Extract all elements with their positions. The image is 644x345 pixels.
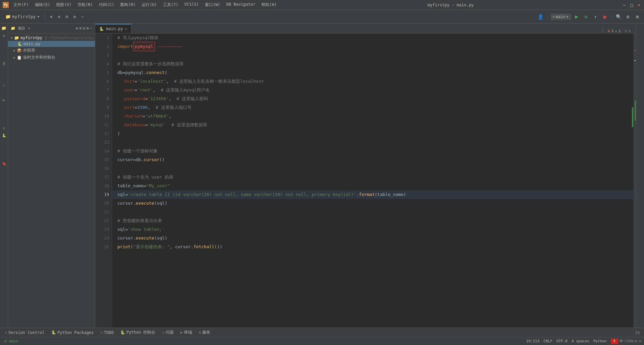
status-right: 19:113 CRLF UTF-8 4 spaces Python S 中 CS… <box>526 339 641 344</box>
maximize-button[interactable]: □ <box>629 3 634 7</box>
left-icon-run[interactable]: ▶ <box>1 96 7 103</box>
bottom-tab-pc-label: Python 控制台 <box>126 330 156 335</box>
left-icon-bookmark[interactable]: 🔖 <box>1 160 7 167</box>
project-dropdown-arrow[interactable]: ▾ <box>28 26 31 31</box>
bottom-tab-version-control[interactable]: ↕ Version Control <box>1 329 48 336</box>
run-config-selector[interactable]: ▶ main ▾ <box>550 14 571 20</box>
left-icon-project[interactable]: 📁 <box>1 25 7 31</box>
code-line-1: # 导入pymysql模块 <box>112 33 633 42</box>
project-icon: 📁 <box>5 14 11 19</box>
code-line-11: database = 'mysql' # 这里选择数据库 <box>112 121 633 129</box>
status-language[interactable]: Python <box>593 339 607 343</box>
code-line-19: sql = 'create table {} (id varchar(20) n… <box>112 190 633 199</box>
left-icon-db[interactable]: 🗄 <box>1 60 7 67</box>
collapse-icon[interactable]: ∨ <box>628 29 631 33</box>
menu-file[interactable]: 文件(F) <box>11 1 32 8</box>
terminal-icon: ▶ <box>180 330 183 335</box>
bottom-right-area: Ie <box>635 330 643 335</box>
project-settings-btn[interactable]: ⚙ <box>87 26 89 30</box>
menu-refactor[interactable]: 重构(R) <box>117 1 138 8</box>
bottom-tab-services[interactable]: ⚙ 服务 <box>196 328 214 337</box>
code-line-25: print ( "显示创建的表: " , cursor. fetchall ()… <box>112 243 633 251</box>
menu-navigate[interactable]: 导航(N) <box>75 1 96 8</box>
bottom-tab-vc-label: Version Control <box>8 330 45 335</box>
bottom-tab-terminal-label: 终端 <box>184 330 192 335</box>
menu-view[interactable]: 视图(V) <box>53 1 74 8</box>
tree-item-main-py[interactable]: 🐍 main.py <box>8 41 95 47</box>
python-console-icon: 🐍 <box>120 330 125 335</box>
python-packages-icon: 🐍 <box>51 330 56 335</box>
project-collapse-btn[interactable]: ≡ <box>79 26 82 30</box>
menu-window[interactable]: 窗口(W) <box>202 1 223 8</box>
bottom-tab-python-packages[interactable]: 🐍 Python Packages <box>48 329 97 336</box>
project-panel: 📁 项目 ▾ ⊕ ≡ ⊟ ⚙ − ▼ 📁 myfirstpy E:\Pytho <box>8 23 95 328</box>
line-num-22: 22 <box>99 216 109 225</box>
tab-close-button[interactable]: × <box>125 27 127 31</box>
menu-edit[interactable]: 编辑(E) <box>32 1 53 8</box>
line-num-15: 15 <box>99 155 109 164</box>
run-with-coverage-button[interactable]: ↑ <box>591 13 599 21</box>
left-icon-python[interactable]: 🐍 <box>1 132 7 139</box>
toolbar-icon-up[interactable]: ≡ <box>56 13 62 20</box>
project-options-btn[interactable]: ⊟ <box>83 26 85 30</box>
expand-icon[interactable]: ∧ <box>625 29 627 33</box>
bottom-tab-todo[interactable]: ☑ TODO <box>97 329 117 336</box>
title-bar-right: − □ × <box>622 3 641 7</box>
line-num-24: 24 <box>99 234 109 243</box>
menu-help[interactable]: 帮助(H) <box>259 1 279 8</box>
stop-button[interactable]: ■ <box>601 13 609 21</box>
line-num-2: 2 <box>99 42 109 51</box>
run-button[interactable]: ▶ <box>573 13 581 21</box>
code-content[interactable]: # 导入pymysql模块 import pymysql ————————→ #… <box>112 33 633 328</box>
tree-item-root[interactable]: ▼ 📁 myfirstpy E:\PythonPro\myfirstpy <box>8 35 95 41</box>
project-minimize-btn[interactable]: − <box>90 26 92 30</box>
toolbar-icon-config[interactable]: ⊟ <box>64 13 70 20</box>
tab-file-icon: 🐍 <box>99 27 104 31</box>
menu-tools[interactable]: 工具(T) <box>160 1 181 8</box>
project-sync-btn[interactable]: ⊕ <box>76 26 78 30</box>
close-button[interactable]: × <box>637 3 641 7</box>
editor-tab-main-py[interactable]: 🐍 main.py × <box>95 24 131 33</box>
left-icon-terminal[interactable]: ⊡ <box>1 125 7 131</box>
left-icon-todo[interactable]: ☑ <box>1 82 7 88</box>
code-line-13 <box>112 138 633 147</box>
project-selector[interactable]: 📁 myfirstpy ▾ <box>3 13 42 20</box>
title-bar: Py 文件(F) 编辑(E) 视图(V) 导航(N) 代码(C) 重构(R) 运… <box>0 0 644 10</box>
toolbar-icon-nav[interactable]: ⊕ <box>48 13 54 20</box>
status-position[interactable]: 19:113 <box>526 339 540 343</box>
debug-button[interactable]: ⚙ <box>582 13 590 21</box>
code-line-20: cursor . execute (sql) <box>112 199 633 208</box>
bottom-tab-todo-label: TODO <box>104 330 114 335</box>
line-num-19: 19 <box>99 190 109 199</box>
toolbar-icon-close[interactable]: − <box>79 13 86 20</box>
profile-button[interactable]: 👤 <box>537 13 545 21</box>
menu-vcs[interactable]: VCS(S) <box>182 1 202 8</box>
settings-button[interactable]: ⚙ <box>624 13 632 21</box>
status-encoding[interactable]: UTF-8 <box>556 339 568 343</box>
tree-item-temp-files[interactable]: ▶ 📋 临时文件和控制台 <box>8 54 95 61</box>
status-git[interactable]: ⎇ main <box>3 339 18 343</box>
menu-code[interactable]: 代码(C) <box>96 1 117 8</box>
bottom-tab-python-console[interactable]: 🐍 Python 控制台 <box>117 328 159 337</box>
warning-stripe-mark <box>634 60 636 61</box>
left-icon-structure[interactable]: ⊞ <box>1 32 7 39</box>
bottom-tab-terminal[interactable]: ▶ 终端 <box>177 328 196 337</box>
tab-more-button[interactable]: ⋮ <box>598 28 608 33</box>
updates-button[interactable]: ⊞ <box>633 13 641 21</box>
menu-run[interactable]: 运行(U) <box>139 1 160 8</box>
error-warning-count: ⊗ 1 ⚠ 1 ∧ ∨ <box>608 29 631 33</box>
current-line-indicator <box>635 100 636 121</box>
status-left: ⎇ main <box>3 339 18 343</box>
search-everywhere-button[interactable]: 🔍 <box>614 13 623 21</box>
code-line-23: sql = 'show tables;' <box>112 225 633 234</box>
project-tree: ▼ 📁 myfirstpy E:\PythonPro\myfirstpy 🐍 m… <box>8 33 95 328</box>
top-right-toolbar: 👤 ▶ main ▾ ▶ ⚙ ↑ ■ 🔍 ⚙ ⊞ <box>537 13 641 21</box>
menu-db-navigator[interactable]: DB Navigator <box>224 1 258 8</box>
status-indent[interactable]: 4 spaces <box>572 339 589 343</box>
bottom-tab-problems[interactable]: ⚠ 问题 <box>159 328 177 337</box>
tree-item-external-libs[interactable]: ▶ 📦 外部库 <box>8 47 95 54</box>
code-line-9: port = 3306 , # 这里输入端口号 <box>112 103 633 112</box>
minimize-button[interactable]: − <box>622 3 627 7</box>
status-line-ending[interactable]: CRLF <box>543 339 552 343</box>
toolbar-icon-settings[interactable]: ⚙ <box>71 13 78 20</box>
